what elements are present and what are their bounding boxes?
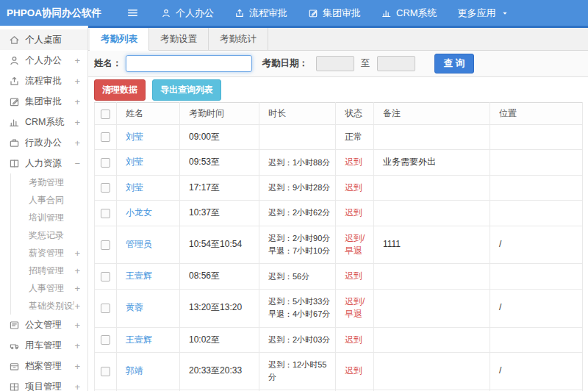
nav-item-workflow-approval[interactable]: 流程审批 <box>234 7 287 20</box>
sidebar-item-human-resources[interactable]: 人力资源− <box>0 153 87 173</box>
attendance-time-cell: 10:02至 <box>180 327 259 352</box>
nav-item-personal-office[interactable]: 个人办公 <box>161 7 214 20</box>
sidebar-item-document-management[interactable]: 公文管理+ <box>0 315 87 335</box>
status-cell: 迟到 <box>336 264 374 289</box>
sidebar-item-label: 人力资源 <box>25 157 69 170</box>
app-logo[interactable]: PHPOA协同办公软件 <box>0 7 88 20</box>
row-checkbox[interactable] <box>101 132 110 142</box>
sidebar-item-label: 奖惩记录 <box>29 229 80 242</box>
export-list-button[interactable]: 导出查询列表 <box>152 79 221 101</box>
employee-name-link[interactable]: 小龙女 <box>126 207 152 218</box>
expand-toggle[interactable]: + <box>74 301 80 312</box>
row-checkbox[interactable] <box>101 272 110 281</box>
nav-item-label: 更多应用 <box>458 7 496 20</box>
sidebar-item-admin-office[interactable]: 行政办公+ <box>0 132 87 153</box>
select-all-checkbox[interactable] <box>101 110 110 119</box>
name-cell: 黄蓉 <box>117 289 180 327</box>
row-checkbox[interactable] <box>101 209 110 218</box>
nav-item-more-apps[interactable]: 更多应用 <box>458 7 509 20</box>
query-button[interactable]: 查 询 <box>434 54 474 73</box>
sidebar-item-label: 薪资管理 <box>29 247 74 259</box>
menu-toggle-button[interactable] <box>126 7 139 19</box>
status-badge: 迟到 <box>345 270 362 281</box>
sidebar-item-group-approval[interactable]: 集团审批+ <box>0 91 87 112</box>
sidebar-item-label: 招聘管理 <box>29 265 74 277</box>
tab-attendance-settings[interactable]: 考勤设置 <box>149 28 209 50</box>
name-cell: 王壹辉 <box>117 264 180 289</box>
sidebar-item-personnel-management[interactable]: 人事管理+ <box>10 279 87 297</box>
employee-name-link[interactable]: 刘莹 <box>126 132 143 142</box>
date-to-input[interactable] <box>377 56 415 71</box>
table-row: 王壹辉10:02至迟到：2小时03分迟到 <box>95 327 583 352</box>
sidebar-item-recruitment-management[interactable]: 招聘管理+ <box>10 262 87 279</box>
sidebar-item-vehicle-management[interactable]: 用车管理+ <box>0 335 87 356</box>
checkbox-cell <box>95 264 117 289</box>
employee-name-link[interactable]: 王壹辉 <box>126 270 152 281</box>
employee-name-link[interactable]: 管理员 <box>126 239 152 249</box>
status-badge: 迟到 <box>345 182 362 193</box>
nav-item-group-approval[interactable]: 集团审批 <box>308 7 361 20</box>
employee-name-link[interactable]: 王壹辉 <box>126 334 152 345</box>
status-badge: 迟到 <box>345 157 362 167</box>
employee-name-link[interactable]: 刘莹 <box>126 182 143 193</box>
row-checkbox[interactable] <box>101 158 110 168</box>
row-checkbox[interactable] <box>101 304 110 313</box>
employee-name-link[interactable]: 刘莹 <box>126 157 143 167</box>
sidebar-item-archive-management[interactable]: 档案管理+ <box>0 356 87 376</box>
checkbox-cell <box>95 175 117 200</box>
sidebar-item-crm-system[interactable]: CRM系统+ <box>0 112 87 132</box>
expand-toggle[interactable]: + <box>74 248 80 259</box>
status-cell: 迟到/早退 <box>336 289 374 327</box>
sidebar-item-attendance-management[interactable]: 考勤管理 <box>10 173 87 191</box>
expand-toggle[interactable]: + <box>74 117 80 128</box>
tab-attendance-stats[interactable]: 考勤统计 <box>209 28 268 50</box>
table-row: 刘莹09:53至迟到：1小时88分迟到业务需要外出 <box>95 150 583 175</box>
user-icon <box>9 55 20 66</box>
top-bar: PHPOA协同办公软件 个人办公流程审批集团审批CRM系统更多应用 <box>0 0 588 26</box>
sidebar-item-salary-management[interactable]: 薪资管理+ <box>10 244 87 262</box>
row-checkbox[interactable] <box>101 240 110 250</box>
tab-attendance-list[interactable]: 考勤列表 <box>90 28 149 51</box>
row-checkbox[interactable] <box>101 183 110 193</box>
status-badge: 正常 <box>345 132 362 142</box>
expand-toggle[interactable]: + <box>74 76 80 87</box>
name-cell: 刘莹 <box>117 150 180 175</box>
top-nav: 个人办公流程审批集团审批CRM系统更多应用 <box>161 7 509 20</box>
expand-toggle[interactable]: + <box>74 265 80 276</box>
project-icon <box>9 381 20 391</box>
expand-toggle[interactable]: + <box>74 137 80 148</box>
nav-item-crm-system[interactable]: CRM系统 <box>381 7 437 20</box>
sidebar-item-personal-office[interactable]: 个人办公+ <box>0 50 87 71</box>
sidebar-item-project-management[interactable]: 项目管理+ <box>0 376 87 391</box>
sidebar-item-label: 公文管理 <box>25 319 69 331</box>
table-row: 刘莹17:17至迟到：9小时28分迟到 <box>95 175 583 200</box>
expand-toggle[interactable]: + <box>74 55 80 66</box>
sidebar-item-training-management[interactable]: 培训管理 <box>10 209 87 226</box>
column-header-2: 时长 <box>259 103 336 125</box>
table-row: 刘莹09:00至正常 <box>95 125 583 150</box>
expand-toggle[interactable]: + <box>74 283 80 294</box>
expand-toggle[interactable]: + <box>74 381 80 391</box>
clear-data-button[interactable]: 清理数据 <box>94 79 146 101</box>
expand-toggle[interactable]: − <box>74 158 80 169</box>
employee-name-link[interactable]: 郭靖 <box>126 365 143 376</box>
sidebar-item-basic-category-settings[interactable]: 基础类别设置+ <box>10 297 87 315</box>
row-checkbox[interactable] <box>101 335 110 345</box>
expand-toggle[interactable]: + <box>74 96 80 107</box>
expand-toggle[interactable]: + <box>74 340 80 351</box>
expand-toggle[interactable]: + <box>74 361 80 372</box>
workflow-icon <box>9 76 20 87</box>
name-input[interactable] <box>126 55 252 72</box>
app-window: PHPOA协同办公软件 个人办公流程审批集团审批CRM系统更多应用 个人桌面个人… <box>0 0 588 391</box>
home-icon <box>9 35 20 46</box>
sidebar-item-reward-punishment[interactable]: 奖惩记录 <box>10 226 87 244</box>
employee-name-link[interactable]: 黄蓉 <box>126 302 143 312</box>
sidebar-item-personnel-contract[interactable]: 人事合同 <box>10 191 87 209</box>
row-checkbox[interactable] <box>101 367 110 376</box>
sidebar-item-label: 档案管理 <box>25 360 69 373</box>
sidebar-item-personal-desktop[interactable]: 个人桌面 <box>0 29 87 50</box>
sidebar-item-workflow-approval[interactable]: 流程审批+ <box>0 71 87 91</box>
expand-toggle[interactable]: + <box>74 320 80 331</box>
chart-icon <box>9 117 20 128</box>
date-from-input[interactable] <box>316 56 354 71</box>
